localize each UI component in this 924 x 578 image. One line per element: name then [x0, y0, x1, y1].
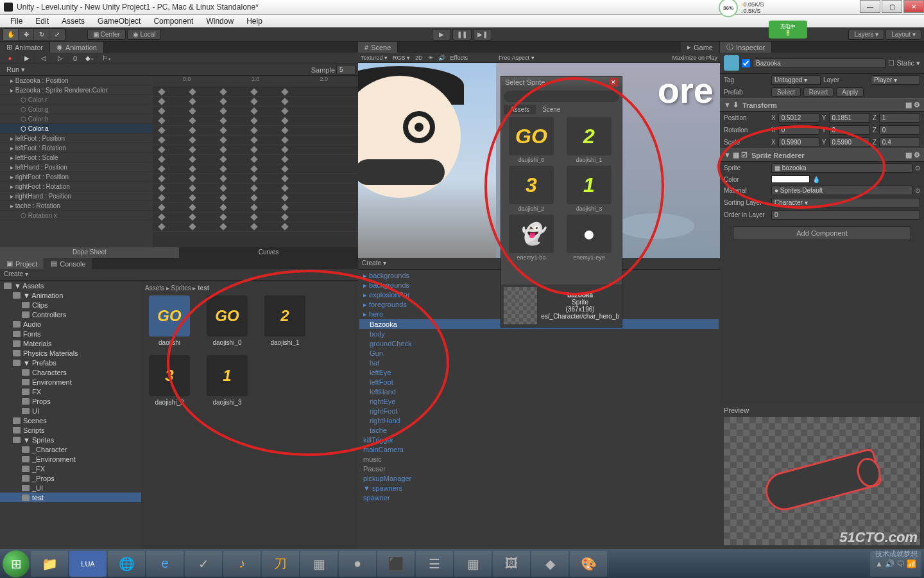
sprite-item[interactable]: 1daojishi_3 [561, 166, 617, 212]
active-checkbox[interactable] [742, 59, 750, 67]
add-component-button[interactable]: Add Component [733, 226, 911, 240]
add-event[interactable]: ⚐₊ [99, 53, 114, 64]
pos-z[interactable]: 1 [879, 113, 920, 123]
track-item[interactable]: ▸ Bazooka : Sprite Renderer.Color [0, 85, 153, 95]
space-toggle[interactable]: ◉ Local [127, 29, 162, 40]
track-item[interactable]: ▸ rightFoot : Position [0, 172, 153, 182]
hierarchy-item[interactable]: mainCamera [359, 444, 719, 454]
hierarchy-item[interactable]: leftHand [359, 387, 719, 396]
task-paint[interactable]: 🎨 [570, 551, 607, 577]
folder-tree[interactable]: ▼ Assets▼ AnimationClipsControllersAudio… [0, 281, 141, 549]
hierarchy-item[interactable]: Gun [359, 348, 719, 358]
clip-dropdown[interactable]: Run ▾ [3, 66, 44, 74]
folder-item[interactable]: test [0, 493, 141, 502]
folder-item[interactable]: ▼ Sprites [0, 435, 141, 444]
task-photo[interactable]: 🖼 [493, 551, 530, 577]
pause-button[interactable]: ❚❚ [452, 29, 472, 40]
layers-dropdown[interactable]: Layers ▾ [848, 29, 884, 40]
start-button[interactable]: ⊞ [3, 550, 30, 577]
hierarchy-item[interactable]: groundCheck [359, 338, 719, 348]
task-ie[interactable]: e [146, 551, 184, 577]
color-field[interactable] [771, 175, 810, 183]
create-dropdown[interactable]: Create ▾ [4, 270, 28, 277]
layout-dropdown[interactable]: Layout ▾ [886, 29, 921, 40]
track-item[interactable]: ⬡ Color.a [0, 124, 153, 134]
maximize-toggle[interactable]: Maximize on Play [672, 55, 717, 61]
asset-item[interactable]: GOdaojishi_0 [203, 295, 252, 346]
tab-game[interactable]: ▸ Game [681, 42, 720, 53]
track-list[interactable]: ▸ Bazooka : Position▸ Bazooka : Sprite R… [0, 76, 153, 247]
folder-item[interactable]: ▼ Prefabs [0, 358, 141, 367]
tab-animator[interactable]: ⊞ Animator [0, 42, 50, 53]
folder-item[interactable]: Audio [0, 319, 141, 329]
rot-z[interactable]: 0 [879, 125, 920, 135]
sprite-item[interactable]: 3daojishi_2 [504, 166, 559, 212]
popup-tab-scene[interactable]: Scene [536, 105, 567, 114]
hierarchy-item[interactable]: spawner [359, 493, 719, 502]
sprite-field[interactable]: ▦ bazooka [771, 163, 912, 173]
hierarchy-item[interactable]: leftEye [359, 367, 719, 377]
folder-item[interactable]: Materials [0, 338, 141, 348]
dopesheet-timeline[interactable]: 0:01:02:0 [153, 76, 358, 247]
folder-item[interactable]: Environment [0, 377, 141, 387]
prefab-select[interactable]: Select [771, 87, 801, 97]
close-button[interactable]: ✕ [903, 0, 924, 13]
menu-file[interactable]: File [4, 15, 29, 27]
hierarchy-item[interactable]: body [359, 329, 719, 338]
asset-item[interactable]: 3daojishi_2 [145, 355, 194, 406]
task-app7[interactable]: ☰ [416, 551, 453, 577]
menu-window[interactable]: Window [200, 15, 240, 27]
folder-item[interactable]: FX [0, 387, 141, 396]
pos-x[interactable]: 0.5012 [778, 113, 819, 123]
task-unity[interactable]: ◆ [531, 551, 569, 577]
folder-item[interactable]: _Character [0, 444, 141, 454]
anim-prev-key[interactable]: ◁ [36, 53, 51, 64]
folder-item[interactable]: _Props [0, 473, 141, 483]
track-item[interactable]: ▸ Bazooka : Position [0, 76, 153, 85]
folder-item[interactable]: Scenes [0, 416, 141, 425]
hand-tool[interactable]: ✋ [3, 29, 19, 40]
track-item[interactable]: ⬡ Color.r [0, 95, 153, 105]
popup-close[interactable]: ✕ [609, 78, 618, 87]
sprite-item[interactable]: 2daojishi_1 [561, 117, 617, 163]
aspect-dropdown[interactable]: Free Aspect ▾ [499, 55, 535, 61]
folder-item[interactable]: Fonts [0, 329, 141, 338]
folder-item[interactable]: Physics Materials [0, 348, 141, 358]
sprite-item[interactable]: GOdaojishi_0 [504, 117, 559, 163]
sprite-item[interactable]: 👻enemy1-bo [504, 215, 559, 261]
transform-header[interactable]: ▼ ⬇ Transform▦ ⚙ [720, 98, 924, 112]
anim-play[interactable]: ▶ [19, 53, 35, 64]
anim-next-key[interactable]: ▷ [53, 53, 68, 64]
menu-help[interactable]: Help [240, 15, 269, 27]
hierarchy-item[interactable]: Pauser [359, 464, 719, 473]
rot-x[interactable]: 0 [778, 125, 819, 135]
scale-z[interactable]: 0.4 [879, 137, 920, 147]
dopesheet-tab[interactable]: Dope Sheet [0, 247, 179, 258]
maximize-button[interactable]: ▢ [882, 0, 902, 13]
hier-create[interactable]: Create ▾ [362, 259, 386, 267]
folder-item[interactable]: Controllers [0, 310, 141, 319]
hierarchy-item[interactable]: hat [359, 358, 719, 367]
pos-y[interactable]: 0.1851 [829, 113, 870, 123]
tab-scene[interactable]: # Scene [358, 42, 398, 53]
folder-item[interactable]: Clips [0, 300, 141, 310]
scale-x[interactable]: 0.5990 [778, 137, 819, 147]
task-app6[interactable]: ⬛ [377, 551, 415, 577]
track-item[interactable]: ▸ leftHand : Position [0, 162, 153, 172]
menu-assets[interactable]: Assets [55, 15, 91, 27]
tab-inspector[interactable]: ⓘ Inspector [720, 42, 772, 53]
hierarchy-item[interactable]: killTrigger [359, 435, 719, 444]
menu-gameobject[interactable]: GameObject [91, 15, 147, 27]
hierarchy-item[interactable]: rightEye [359, 396, 719, 406]
folder-item[interactable]: _FX [0, 464, 141, 473]
task-app2[interactable]: ♪ [223, 551, 261, 577]
track-item[interactable]: ▸ tache : Rotation [0, 201, 153, 211]
rot-y[interactable]: 0 [829, 125, 870, 135]
layer-dropdown[interactable]: Player ▾ [871, 75, 920, 85]
play-button[interactable]: ▶ [432, 29, 451, 40]
hierarchy-item[interactable]: rightHand [359, 416, 719, 425]
sorting-dropdown[interactable]: Character ▾ [771, 198, 920, 207]
task-app1[interactable]: ✓ [185, 551, 222, 577]
sample-field[interactable]: 5 [336, 65, 355, 74]
asset-item[interactable]: GOdaojishi [145, 295, 194, 346]
